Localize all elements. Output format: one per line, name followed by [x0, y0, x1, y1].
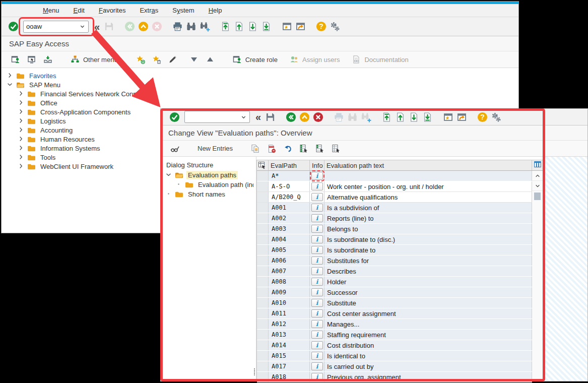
- new-session-icon[interactable]: [443, 112, 453, 122]
- chevron-down-icon[interactable]: [165, 171, 173, 179]
- evaluation-path-text-cell[interactable]: Work center - position - org. unit / hol…: [324, 181, 532, 191]
- evalpath-cell[interactable]: A015: [269, 351, 310, 361]
- tree-item-label[interactable]: Information Systems: [39, 144, 102, 153]
- business-workplace-button[interactable]: [40, 51, 56, 68]
- last-page-icon[interactable]: [422, 112, 433, 122]
- evalpath-cell[interactable]: A018: [269, 372, 310, 382]
- info-button[interactable]: i: [311, 320, 323, 328]
- panel-splitter[interactable]: [253, 157, 256, 381]
- tree-item-label[interactable]: Tools: [39, 153, 57, 162]
- evalpath-cell[interactable]: A003: [269, 224, 310, 234]
- bullet-icon[interactable]: [175, 181, 183, 188]
- evaluation-path-text-cell[interactable]: Cost distribution: [324, 340, 532, 350]
- find-next-icon[interactable]: [361, 112, 371, 122]
- evalpath-cell[interactable]: A-S-O: [269, 181, 310, 191]
- info-button[interactable]: i: [311, 331, 323, 339]
- row-selector-cell[interactable]: [257, 308, 269, 318]
- evaluation-path-text-cell[interactable]: Describes: [324, 266, 532, 276]
- find-icon[interactable]: [347, 112, 358, 122]
- enter-icon[interactable]: [8, 21, 19, 32]
- row-selector-cell[interactable]: [257, 224, 269, 234]
- select-all-button[interactable]: [296, 141, 312, 156]
- row-selector-cell[interactable]: [257, 256, 269, 266]
- first-page-icon[interactable]: [381, 112, 392, 122]
- splitter-grip[interactable]: [254, 368, 255, 376]
- row-selector-cell[interactable]: [257, 266, 269, 276]
- evaluation-path-text-cell[interactable]: Previous org. assignment: [324, 372, 532, 382]
- row-selector-cell[interactable]: [257, 372, 269, 382]
- info-button[interactable]: i: [311, 214, 323, 222]
- info-button[interactable]: i: [311, 225, 323, 233]
- evaluation-path-text-cell[interactable]: Substitutes for: [324, 256, 532, 266]
- evaluation-path-text-cell[interactable]: Manages...: [324, 319, 532, 329]
- menu-item-favorites[interactable]: Favorites: [92, 4, 133, 17]
- tree-item-label[interactable]: SAP Menu: [28, 81, 62, 89]
- help-icon[interactable]: ?: [477, 112, 488, 122]
- evalpath-cell[interactable]: A007: [269, 266, 310, 276]
- tree-item[interactable]: Favorites: [7, 71, 518, 80]
- save-icon[interactable]: [104, 21, 114, 32]
- last-page-icon[interactable]: [261, 21, 272, 32]
- info-button[interactable]: i: [311, 373, 323, 381]
- evalpath-cell[interactable]: A005: [269, 245, 310, 255]
- display-change-button[interactable]: [167, 141, 183, 156]
- command-field[interactable]: ooaw: [23, 21, 89, 33]
- customize-layout-icon[interactable]: [491, 112, 501, 122]
- user-menu-button[interactable]: [8, 51, 24, 68]
- chevron-down-icon[interactable]: [79, 23, 86, 30]
- evaluation-path-text-cell[interactable]: Belongs to: [324, 224, 532, 234]
- select-block-button[interactable]: [312, 141, 328, 156]
- evaluation-path-text-cell[interactable]: Cost center assignment: [324, 308, 532, 318]
- tree-item-label[interactable]: Human Resources: [39, 135, 96, 144]
- evaluation-path-text-cell[interactable]: Reports (line) to: [324, 213, 532, 223]
- info-button[interactable]: i: [311, 267, 323, 275]
- chevron-right-icon[interactable]: [7, 72, 14, 80]
- create-shortcut-icon[interactable]: [456, 112, 467, 122]
- next-page-icon[interactable]: [247, 21, 258, 32]
- delete-favorite-button[interactable]: [149, 51, 165, 68]
- chevron-right-icon[interactable]: [18, 99, 25, 107]
- menu-item-menu[interactable]: Menu: [36, 4, 67, 17]
- chevron-right-icon[interactable]: [18, 145, 25, 152]
- find-icon[interactable]: [186, 21, 197, 32]
- cancel-icon[interactable]: [313, 112, 323, 122]
- create-shortcut-icon[interactable]: [295, 21, 306, 32]
- evalpath-cell[interactable]: A001: [269, 203, 310, 213]
- tree-item-label[interactable]: Evaluation path (indiv: [197, 180, 253, 189]
- chevron-right-icon[interactable]: [18, 126, 25, 134]
- assign-users-button[interactable]: Assign users: [286, 51, 343, 68]
- row-selector-cell[interactable]: [257, 245, 269, 255]
- row-selector-cell[interactable]: [257, 277, 269, 287]
- new-entries-button[interactable]: New Entries: [194, 141, 236, 156]
- evaluation-path-text-cell[interactable]: Staffing requirement: [324, 330, 532, 340]
- sap-menu-button[interactable]: [24, 51, 40, 68]
- session-select-icon[interactable]: [6, 6, 19, 15]
- table-scrollbar[interactable]: [532, 160, 543, 381]
- info-button[interactable]: i: [311, 309, 323, 317]
- chevron-right-icon[interactable]: [18, 163, 25, 170]
- info-button[interactable]: i: [311, 278, 323, 286]
- tree-item[interactable]: Financial Services Network Connector: [7, 89, 518, 98]
- undo-button[interactable]: [280, 141, 296, 156]
- first-page-icon[interactable]: [220, 21, 231, 32]
- tree-item[interactable]: Short names: [165, 189, 253, 199]
- move-down-button[interactable]: [186, 51, 202, 68]
- row-selector-cell[interactable]: [257, 203, 269, 213]
- tree-item-label[interactable]: Short names: [186, 190, 227, 199]
- copy-as-button[interactable]: [247, 141, 264, 156]
- chevron-down-icon[interactable]: [240, 114, 247, 120]
- row-selector-cell[interactable]: [257, 171, 269, 181]
- help-icon[interactable]: ?: [316, 21, 326, 32]
- info-button[interactable]: i: [311, 204, 323, 212]
- row-selector-cell[interactable]: [257, 319, 269, 329]
- add-favorite-button[interactable]: [133, 51, 149, 68]
- change-favorite-button[interactable]: [165, 51, 181, 68]
- command-field-fg[interactable]: [184, 111, 250, 123]
- info-button[interactable]: i: [311, 362, 323, 370]
- print-icon[interactable]: [172, 21, 183, 32]
- move-up-button[interactable]: [202, 51, 218, 68]
- row-selector-cell[interactable]: [257, 298, 269, 308]
- evalpath-cell[interactable]: A011: [269, 308, 310, 318]
- menu-item-help[interactable]: Help: [202, 4, 229, 17]
- evalpath-cell[interactable]: A014: [269, 340, 310, 350]
